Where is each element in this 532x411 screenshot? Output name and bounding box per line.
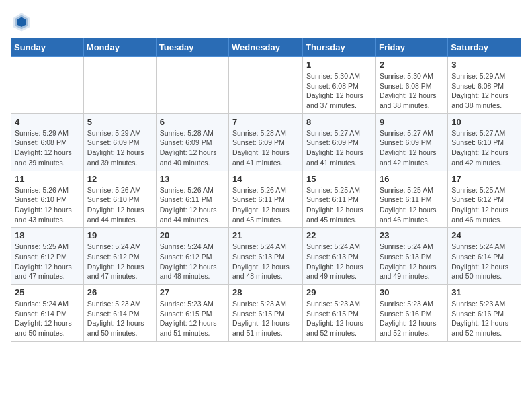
calendar-cell: 23Sunrise: 5:24 AM Sunset: 6:13 PM Dayli…	[375, 228, 447, 285]
calendar-cell: 11Sunrise: 5:26 AM Sunset: 6:10 PM Dayli…	[11, 171, 84, 228]
weekday-header-monday: Monday	[83, 38, 156, 57]
day-info: Sunrise: 5:24 AM Sunset: 6:13 PM Dayligh…	[232, 242, 299, 281]
calendar-cell: 4Sunrise: 5:29 AM Sunset: 6:08 PM Daylig…	[11, 113, 84, 171]
day-info: Sunrise: 5:23 AM Sunset: 6:15 PM Dayligh…	[306, 299, 372, 338]
calendar-header-row: SundayMondayTuesdayWednesdayThursdayFrid…	[11, 38, 521, 57]
day-number: 2	[380, 60, 444, 70]
day-info: Sunrise: 5:23 AM Sunset: 6:15 PM Dayligh…	[232, 299, 299, 338]
calendar-cell: 3Sunrise: 5:29 AM Sunset: 6:08 PM Daylig…	[448, 57, 521, 114]
day-number: 26	[87, 287, 152, 298]
day-number: 25	[15, 287, 80, 298]
calendar-cell: 6Sunrise: 5:28 AM Sunset: 6:09 PM Daylig…	[156, 113, 228, 171]
page-header	[11, 11, 521, 32]
day-number: 19	[87, 230, 152, 240]
calendar-cell: 28Sunrise: 5:23 AM Sunset: 6:15 PM Dayli…	[229, 285, 303, 342]
calendar-cell: 24Sunrise: 5:24 AM Sunset: 6:14 PM Dayli…	[448, 228, 521, 285]
calendar-cell: 1Sunrise: 5:30 AM Sunset: 6:08 PM Daylig…	[303, 57, 376, 114]
day-info: Sunrise: 5:30 AM Sunset: 6:08 PM Dayligh…	[306, 71, 372, 111]
calendar-cell: 25Sunrise: 5:24 AM Sunset: 6:14 PM Dayli…	[11, 285, 84, 342]
calendar-week-row: 4Sunrise: 5:29 AM Sunset: 6:08 PM Daylig…	[11, 113, 521, 171]
day-number: 4	[15, 117, 80, 127]
logo-icon	[11, 11, 32, 32]
day-info: Sunrise: 5:29 AM Sunset: 6:08 PM Dayligh…	[451, 71, 517, 111]
day-number: 30	[380, 287, 444, 298]
day-info: Sunrise: 5:30 AM Sunset: 6:08 PM Dayligh…	[380, 71, 444, 111]
calendar-cell: 26Sunrise: 5:23 AM Sunset: 6:14 PM Dayli…	[83, 285, 156, 342]
day-info: Sunrise: 5:27 AM Sunset: 6:09 PM Dayligh…	[306, 128, 372, 168]
weekday-header-saturday: Saturday	[448, 38, 521, 57]
calendar-week-row: 11Sunrise: 5:26 AM Sunset: 6:10 PM Dayli…	[11, 171, 521, 228]
calendar-cell: 21Sunrise: 5:24 AM Sunset: 6:13 PM Dayli…	[229, 228, 303, 285]
day-info: Sunrise: 5:24 AM Sunset: 6:12 PM Dayligh…	[160, 242, 225, 281]
day-info: Sunrise: 5:29 AM Sunset: 6:08 PM Dayligh…	[15, 128, 80, 168]
day-number: 24	[451, 230, 517, 240]
weekday-header-friday: Friday	[375, 38, 447, 57]
calendar-cell: 31Sunrise: 5:23 AM Sunset: 6:16 PM Dayli…	[448, 285, 521, 342]
day-number: 31	[451, 287, 517, 298]
day-number: 11	[15, 174, 80, 184]
calendar-cell	[156, 57, 228, 114]
calendar-cell: 5Sunrise: 5:29 AM Sunset: 6:09 PM Daylig…	[83, 113, 156, 171]
day-number: 27	[160, 287, 225, 298]
day-info: Sunrise: 5:23 AM Sunset: 6:16 PM Dayligh…	[451, 299, 517, 338]
calendar-cell: 14Sunrise: 5:26 AM Sunset: 6:11 PM Dayli…	[229, 171, 303, 228]
calendar-cell: 18Sunrise: 5:25 AM Sunset: 6:12 PM Dayli…	[11, 228, 84, 285]
calendar-week-row: 1Sunrise: 5:30 AM Sunset: 6:08 PM Daylig…	[11, 57, 521, 114]
calendar-cell: 12Sunrise: 5:26 AM Sunset: 6:10 PM Dayli…	[83, 171, 156, 228]
calendar-cell	[229, 57, 303, 114]
calendar-cell: 10Sunrise: 5:27 AM Sunset: 6:10 PM Dayli…	[448, 113, 521, 171]
day-info: Sunrise: 5:23 AM Sunset: 6:16 PM Dayligh…	[380, 299, 444, 338]
day-number: 3	[451, 60, 517, 70]
calendar-week-row: 25Sunrise: 5:24 AM Sunset: 6:14 PM Dayli…	[11, 285, 521, 342]
day-info: Sunrise: 5:26 AM Sunset: 6:10 PM Dayligh…	[15, 185, 80, 225]
day-info: Sunrise: 5:25 AM Sunset: 6:11 PM Dayligh…	[380, 185, 444, 225]
day-number: 8	[306, 117, 372, 127]
day-info: Sunrise: 5:28 AM Sunset: 6:09 PM Dayligh…	[160, 128, 225, 168]
day-number: 10	[451, 117, 517, 127]
day-number: 18	[15, 230, 80, 240]
day-number: 6	[160, 117, 225, 127]
day-number: 22	[306, 230, 372, 240]
logo	[11, 11, 35, 32]
day-number: 12	[87, 174, 152, 184]
day-number: 17	[451, 174, 517, 184]
calendar-cell: 30Sunrise: 5:23 AM Sunset: 6:16 PM Dayli…	[375, 285, 447, 342]
day-number: 28	[232, 287, 299, 298]
day-number: 13	[160, 174, 225, 184]
day-info: Sunrise: 5:24 AM Sunset: 6:12 PM Dayligh…	[87, 242, 152, 281]
day-info: Sunrise: 5:26 AM Sunset: 6:10 PM Dayligh…	[87, 185, 152, 225]
calendar-cell: 9Sunrise: 5:27 AM Sunset: 6:09 PM Daylig…	[375, 113, 447, 171]
day-number: 15	[306, 174, 372, 184]
calendar-cell: 13Sunrise: 5:26 AM Sunset: 6:11 PM Dayli…	[156, 171, 228, 228]
weekday-header-thursday: Thursday	[303, 38, 376, 57]
calendar-table: SundayMondayTuesdayWednesdayThursdayFrid…	[11, 38, 521, 342]
calendar-cell: 7Sunrise: 5:28 AM Sunset: 6:09 PM Daylig…	[229, 113, 303, 171]
calendar-cell	[11, 57, 84, 114]
day-info: Sunrise: 5:24 AM Sunset: 6:13 PM Dayligh…	[380, 242, 444, 281]
calendar-cell: 16Sunrise: 5:25 AM Sunset: 6:11 PM Dayli…	[375, 171, 447, 228]
day-number: 14	[232, 174, 299, 184]
day-info: Sunrise: 5:26 AM Sunset: 6:11 PM Dayligh…	[232, 185, 299, 225]
day-info: Sunrise: 5:25 AM Sunset: 6:11 PM Dayligh…	[306, 185, 372, 225]
day-info: Sunrise: 5:27 AM Sunset: 6:09 PM Dayligh…	[380, 128, 444, 168]
day-info: Sunrise: 5:26 AM Sunset: 6:11 PM Dayligh…	[160, 185, 225, 225]
calendar-cell: 27Sunrise: 5:23 AM Sunset: 6:15 PM Dayli…	[156, 285, 228, 342]
calendar-cell: 2Sunrise: 5:30 AM Sunset: 6:08 PM Daylig…	[375, 57, 447, 114]
weekday-header-sunday: Sunday	[11, 38, 84, 57]
day-number: 7	[232, 117, 299, 127]
day-number: 20	[160, 230, 225, 240]
day-number: 21	[232, 230, 299, 240]
calendar-cell: 15Sunrise: 5:25 AM Sunset: 6:11 PM Dayli…	[303, 171, 376, 228]
day-info: Sunrise: 5:24 AM Sunset: 6:13 PM Dayligh…	[306, 242, 372, 281]
weekday-header-wednesday: Wednesday	[229, 38, 303, 57]
day-info: Sunrise: 5:25 AM Sunset: 6:12 PM Dayligh…	[15, 242, 80, 281]
calendar-cell: 17Sunrise: 5:25 AM Sunset: 6:12 PM Dayli…	[448, 171, 521, 228]
day-number: 29	[306, 287, 372, 298]
day-number: 1	[306, 60, 372, 70]
day-info: Sunrise: 5:24 AM Sunset: 6:14 PM Dayligh…	[15, 299, 80, 338]
day-number: 16	[380, 174, 444, 184]
weekday-header-tuesday: Tuesday	[156, 38, 228, 57]
calendar-cell: 29Sunrise: 5:23 AM Sunset: 6:15 PM Dayli…	[303, 285, 376, 342]
day-number: 9	[380, 117, 444, 127]
day-number: 23	[380, 230, 444, 240]
